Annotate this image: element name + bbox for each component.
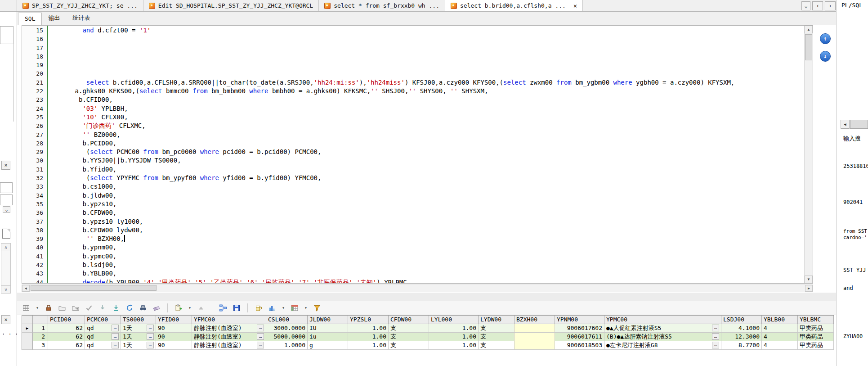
- code-line[interactable]: 25 '10' CFLX00,: [22, 113, 804, 122]
- code-line[interactable]: 44 decode(b.YBLB00,'4','甲类药品','5','乙类药品'…: [22, 278, 804, 283]
- cell-YPZSL0[interactable]: 1.00: [348, 333, 389, 341]
- cell-LSDJ00[interactable]: 12.3000: [721, 333, 762, 341]
- editor-vertical-scrollbar[interactable]: ▲ ▼: [804, 26, 813, 283]
- editor-tab-sql[interactable]: SQL: [18, 13, 42, 25]
- cell-expand-button[interactable]: …: [112, 333, 119, 340]
- tab-list-dropdown-button[interactable]: ⌄: [801, 1, 810, 10]
- cell-CSL000[interactable]: 3000.0000: [266, 324, 308, 333]
- cell-YFMC00[interactable]: 静脉注射(血透室)…: [192, 333, 266, 341]
- mdi-tab[interactable]: SP_SST_ZY_YJJ_ZHCZ_YKT; se ...: [17, 0, 143, 11]
- code-line[interactable]: 33 b.cs1000,: [22, 182, 804, 191]
- scroll-down-button[interactable]: ▼: [805, 276, 813, 283]
- code-line[interactable]: 41 b.ypmc00,: [22, 252, 804, 261]
- cell-BZXH00[interactable]: [515, 341, 555, 350]
- code-text[interactable]: b.YBLB00,: [47, 269, 116, 278]
- arrow-down-line-icon[interactable]: [112, 303, 121, 312]
- close-result-button[interactable]: ×: [1, 315, 10, 324]
- code-line[interactable]: 26 '门诊西药' CFLXMC,: [22, 122, 804, 130]
- code-text[interactable]: b.cs1000,: [47, 182, 116, 191]
- col-header-YBLB00[interactable]: YBLB00: [762, 316, 798, 324]
- code-text[interactable]: decode(b.YBLB00,'4','甲类药品','5','乙类药品','6…: [47, 278, 411, 283]
- code-text[interactable]: a.ghks00 KFKS00,(select bmmc00 from bm_b…: [47, 87, 488, 95]
- code-line[interactable]: 29 (select PCMC00 from bm_pc0000 where p…: [22, 148, 804, 156]
- code-line[interactable]: 37 b.ypzs10 ly1000,: [22, 217, 804, 226]
- row-selector[interactable]: [22, 341, 33, 350]
- cell-PCID00[interactable]: 62: [48, 341, 85, 350]
- cell-YFID00[interactable]: 90: [156, 324, 192, 333]
- col-header-PCID00[interactable]: PCID00: [48, 316, 85, 324]
- code-area[interactable]: 15 and d.cfzt00 = '1'161718192021 select…: [22, 26, 804, 283]
- cell-PCID00[interactable]: 62: [48, 333, 85, 341]
- code-text[interactable]: (select YPYFMC from bm_ypyf00 where yfid…: [47, 174, 321, 182]
- cell-CFDW00[interactable]: 支: [389, 333, 429, 341]
- code-line[interactable]: 30 b.YYSJ00||b.YYSJDW TS0000,: [22, 156, 804, 165]
- code-line[interactable]: 40 b.ypnm00,: [22, 243, 804, 252]
- mdi-tab[interactable]: Edit SD_HOSPITAL.SP_SST_ZY_YJJ_ZHCZ_YKT@…: [143, 0, 319, 11]
- code-line[interactable]: 36 b.CFDW00,: [22, 208, 804, 217]
- apply-check-icon[interactable]: [85, 303, 94, 312]
- cell-expand-button[interactable]: …: [147, 342, 154, 348]
- cell-YBLBMC[interactable]: 甲类药品: [798, 341, 834, 350]
- code-text[interactable]: b.ypnm00,: [47, 243, 116, 252]
- cell-LYL000[interactable]: 1.00: [429, 324, 479, 333]
- save-disk-icon[interactable]: [232, 303, 241, 312]
- cell-CSL000[interactable]: 1.0000: [266, 341, 308, 350]
- code-text[interactable]: b.Yfid00,: [47, 165, 116, 174]
- cell-expand-button[interactable]: …: [112, 325, 119, 331]
- cell-BZXH00[interactable]: [515, 333, 555, 341]
- code-text[interactable]: b.CFDW00 lydw00,: [47, 226, 143, 235]
- cell-expand-button[interactable]: …: [257, 333, 264, 340]
- col-header-LSDJ00[interactable]: LSDJ00: [721, 316, 762, 324]
- code-text[interactable]: (select PCMC00 from bm_pc0000 where pcid…: [47, 148, 321, 156]
- cell-LYDW00[interactable]: 支: [479, 333, 515, 341]
- editor-tab-statistics[interactable]: 统计表: [66, 12, 96, 25]
- navigate-up-button[interactable]: ↑: [820, 33, 831, 44]
- mug-icon[interactable]: [254, 303, 263, 312]
- code-line[interactable]: 20: [22, 69, 804, 78]
- cell-YPNM00[interactable]: 9006017602: [555, 324, 604, 333]
- cell-CFDW00[interactable]: 支: [389, 324, 429, 333]
- code-text[interactable]: '03' YPLBBH,: [47, 104, 128, 113]
- right-scroll-left-button[interactable]: ◀: [841, 120, 850, 129]
- cell-YPNM00[interactable]: 9006017611: [555, 333, 604, 341]
- collapse-up-icon[interactable]: [197, 303, 206, 312]
- pivot-grid-icon[interactable]: [290, 303, 299, 312]
- col-header-YFID00[interactable]: YFID00: [156, 316, 192, 324]
- dropdown-caret-icon[interactable]: ▾: [188, 305, 192, 310]
- scroll-up-button[interactable]: ▲: [805, 26, 813, 33]
- splitter[interactable]: [17, 293, 836, 301]
- code-line[interactable]: 17: [22, 44, 804, 52]
- eraser-icon[interactable]: [152, 303, 161, 312]
- tab-scroll-next-button[interactable]: ›: [825, 1, 836, 10]
- cell-YPZSL0[interactable]: 1.00: [348, 341, 389, 350]
- left-scrollbar[interactable]: ∧ ∨: [1, 243, 11, 294]
- code-text[interactable]: b.CFID00,: [47, 95, 113, 104]
- cell-JLDW00[interactable]: iu: [308, 333, 348, 341]
- dropdown-caret-icon[interactable]: ▾: [304, 305, 308, 310]
- code-line[interactable]: 31 b.Yfid00,: [22, 165, 804, 174]
- code-text[interactable]: b.ypzs10,: [47, 200, 116, 208]
- scroll-left-button[interactable]: ◀: [22, 285, 30, 292]
- code-line[interactable]: 42 b.lsdj00,: [22, 261, 804, 269]
- grid-row[interactable]: ▶162qd…1天…90静脉注射(血透室)…3000.0000IU1.00支1.…: [22, 324, 834, 333]
- cell-LYL000[interactable]: 1.00: [429, 333, 479, 341]
- code-line[interactable]: 28 b.PCID00,: [22, 139, 804, 148]
- cell-LYDW00[interactable]: 支: [479, 324, 515, 333]
- folder-open-icon[interactable]: [58, 303, 67, 312]
- cell-YPNM00[interactable]: 9006018503: [555, 341, 604, 350]
- tree-view-icon[interactable]: [219, 303, 228, 312]
- cell-JLDW00[interactable]: g: [308, 341, 348, 350]
- combo-dropdown-button[interactable]: ⌄: [3, 206, 10, 213]
- dropdown-caret-icon[interactable]: ▾: [281, 305, 286, 310]
- code-text[interactable]: '10' CFLX00,: [47, 113, 128, 122]
- cell-PCMC00[interactable]: qd…: [85, 324, 121, 333]
- code-line[interactable]: 24 '03' YPLBBH,: [22, 104, 804, 113]
- col-header-PCMC00[interactable]: PCMC00: [85, 316, 121, 324]
- code-text[interactable]: and d.cfzt00 = '1': [47, 26, 151, 35]
- cell-expand-button[interactable]: …: [712, 325, 719, 331]
- cell-JLDW00[interactable]: IU: [308, 324, 348, 333]
- cell-BZXH00[interactable]: [515, 324, 555, 333]
- vscrollbar-thumb[interactable]: [805, 34, 812, 60]
- close-tab-icon[interactable]: ×: [573, 2, 577, 9]
- cell-expand-button[interactable]: …: [147, 333, 154, 340]
